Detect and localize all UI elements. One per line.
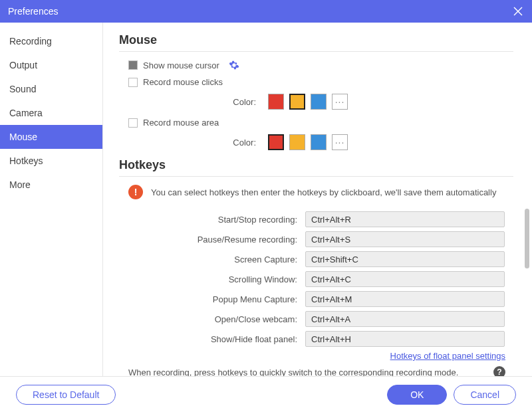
- ok-button[interactable]: OK: [387, 385, 447, 405]
- hk-input-float[interactable]: [305, 331, 505, 347]
- gear-icon[interactable]: [229, 60, 239, 70]
- sidebar-item-hotkeys[interactable]: Hotkeys: [0, 149, 102, 173]
- hk-label-start: Start/Stop recording:: [119, 215, 305, 225]
- help-icon[interactable]: ?: [493, 366, 505, 376]
- scrollbar-thumb[interactable]: [525, 209, 529, 268]
- hk-label-popup: Popup Menu Capture:: [119, 294, 305, 304]
- float-settings-link[interactable]: Hotkeys of float panel settings: [390, 351, 505, 361]
- label-record-area: Record mouse area: [143, 118, 219, 128]
- swatch-clicks-orange[interactable]: [289, 94, 305, 110]
- checkbox-record-area[interactable]: [128, 118, 138, 128]
- sidebar-item-sound[interactable]: Sound: [0, 77, 102, 101]
- color-label-clicks: Color:: [143, 97, 263, 107]
- info-icon: !: [128, 185, 143, 199]
- reset-button[interactable]: Reset to Default: [16, 385, 116, 405]
- sidebar-item-camera[interactable]: Camera: [0, 101, 102, 125]
- hk-input-webcam[interactable]: [305, 311, 505, 327]
- footer: Reset to Default OK Cancel: [0, 376, 532, 412]
- section-title-hotkeys: Hotkeys: [119, 158, 513, 177]
- swatch-area-orange[interactable]: [289, 134, 305, 150]
- window-title: Preferences: [8, 6, 58, 17]
- close-icon[interactable]: [512, 5, 524, 17]
- swatch-clicks-red[interactable]: [268, 94, 284, 110]
- sidebar-item-more[interactable]: More: [0, 173, 102, 197]
- content-area: Mouse Show mouse cursor Record mouse cli…: [103, 23, 532, 376]
- checkbox-record-clicks[interactable]: [128, 78, 138, 87]
- hk-label-scroll: Scrolling Window:: [119, 274, 305, 284]
- hk-label-pause: Pause/Resume recording:: [119, 235, 305, 245]
- cancel-button[interactable]: Cancel: [454, 385, 516, 405]
- hk-label-webcam: Open/Close webcam:: [119, 314, 305, 324]
- hk-input-start[interactable]: [305, 211, 505, 227]
- hk-input-capture[interactable]: [305, 251, 505, 267]
- label-record-clicks: Record mouse clicks: [143, 77, 223, 87]
- hk-input-pause[interactable]: [305, 231, 505, 247]
- sidebar: Recording Output Sound Camera Mouse Hotk…: [0, 23, 103, 376]
- sidebar-item-recording[interactable]: Recording: [0, 29, 102, 53]
- swatch-area-more[interactable]: ···: [332, 134, 348, 150]
- sidebar-item-output[interactable]: Output: [0, 53, 102, 77]
- hk-input-popup[interactable]: [305, 291, 505, 307]
- swatch-area-red[interactable]: [268, 134, 284, 150]
- label-show-cursor: Show mouse cursor: [143, 60, 219, 70]
- hk-label-capture: Screen Capture:: [119, 255, 305, 264]
- checkbox-show-cursor[interactable]: [128, 60, 138, 70]
- hotkeys-note-text: When recording, press hotkeys to quickly…: [128, 367, 458, 377]
- hk-label-float: Show/Hide float panel:: [119, 334, 305, 344]
- section-title-mouse: Mouse: [119, 33, 513, 52]
- titlebar: Preferences: [0, 0, 532, 23]
- sidebar-item-mouse[interactable]: Mouse: [0, 125, 102, 149]
- swatch-clicks-blue[interactable]: [311, 94, 327, 110]
- hotkeys-info-text: You can select hotkeys then enter the ho…: [151, 187, 496, 197]
- color-label-area: Color:: [143, 138, 263, 148]
- swatch-clicks-more[interactable]: ···: [332, 94, 348, 110]
- swatch-area-blue[interactable]: [311, 134, 327, 150]
- hk-input-scroll[interactable]: [305, 271, 505, 287]
